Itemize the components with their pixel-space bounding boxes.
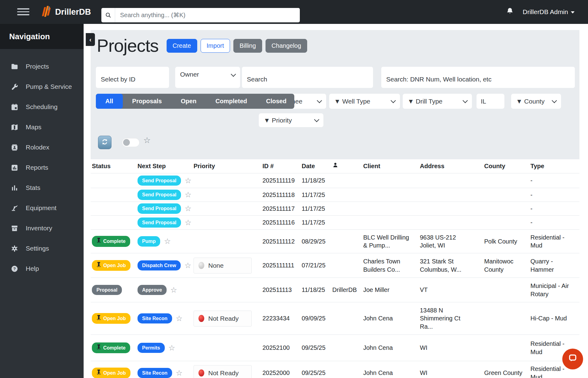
favorite-star-icon[interactable]: ☆ xyxy=(176,315,183,322)
status-badge[interactable]: Open Job xyxy=(92,313,130,324)
sidebar-item-scheduling[interactable]: Scheduling xyxy=(0,97,84,117)
status-badge[interactable]: Complete xyxy=(92,236,130,247)
favorite-star-icon[interactable]: ☆ xyxy=(176,369,183,377)
next-step-badge[interactable]: Site Recon xyxy=(138,368,172,378)
priority-select[interactable]: Not Ready xyxy=(194,365,252,378)
project-search-input[interactable] xyxy=(242,67,373,88)
global-search-input[interactable] xyxy=(115,12,300,19)
next-step-badge[interactable]: Send Proposal xyxy=(138,176,181,186)
select-by-id-input[interactable] xyxy=(96,67,169,88)
favorite-star-icon[interactable]: ☆ xyxy=(185,191,191,198)
priority-dot-icon xyxy=(198,369,204,376)
state-input[interactable] xyxy=(477,94,504,109)
drill-type-select[interactable]: ▼ Drill Type xyxy=(403,94,472,109)
sidebar-item-maps[interactable]: Maps xyxy=(0,117,84,137)
page-title: Projects xyxy=(97,32,159,59)
favorites-filter-star-icon[interactable]: ☆ xyxy=(143,136,151,145)
sidebar-item-inventory[interactable]: Inventory xyxy=(0,218,84,238)
county-select[interactable]: ▼ County xyxy=(511,94,561,109)
create-button[interactable]: Create xyxy=(167,39,197,53)
billing-button[interactable]: Billing xyxy=(233,39,262,53)
tab-proposals[interactable]: Proposals xyxy=(123,94,172,109)
project-id: 2025111111 xyxy=(261,261,300,269)
brand-name: DrillerDB xyxy=(55,7,91,17)
project-date: 11/17/25 xyxy=(300,218,331,226)
next-step-badge[interactable]: Pump xyxy=(138,236,160,246)
next-step-badge[interactable]: Dispatch Crew xyxy=(138,260,181,270)
sidebar-item-equipment[interactable]: Equipment xyxy=(0,198,84,218)
status-tab-bar: AllProposalsOpenCompletedClosed xyxy=(96,94,294,109)
table-row[interactable]: Send Proposal☆202511111611/17/25- xyxy=(91,216,579,230)
favorite-star-icon[interactable]: ☆ xyxy=(164,237,171,245)
next-step-badge[interactable]: Send Proposal xyxy=(138,190,181,200)
favorite-star-icon[interactable]: ☆ xyxy=(168,344,175,352)
chat-button[interactable] xyxy=(562,349,583,369)
table-row[interactable]: CompletePump☆202511111208/29/25BLC Well … xyxy=(91,230,579,253)
next-step-badge[interactable]: Send Proposal xyxy=(138,203,181,214)
sidebar-item-reports[interactable]: Reports xyxy=(0,157,84,178)
refresh-icon xyxy=(101,138,109,147)
header-client: Client xyxy=(362,162,419,170)
tab-open[interactable]: Open xyxy=(171,94,206,109)
favorite-star-icon[interactable]: ☆ xyxy=(170,286,177,294)
project-type: - xyxy=(529,205,579,213)
status-badge[interactable]: Open Job xyxy=(92,260,130,271)
favorite-star-icon[interactable]: ☆ xyxy=(184,262,191,269)
next-step-badge[interactable]: Send Proposal xyxy=(138,217,181,228)
sidebar-item-projects[interactable]: Projects xyxy=(0,56,84,77)
priority-select[interactable]: ▼ Priority xyxy=(259,113,323,127)
priority-dot-icon xyxy=(198,262,204,269)
table-row[interactable]: Open JobSite Recon☆Not Ready2223343409/0… xyxy=(91,302,579,335)
next-step-cell: Send Proposal☆ xyxy=(136,203,192,214)
dnr-search-input[interactable] xyxy=(381,67,575,88)
table-row[interactable]: Send Proposal☆202511111911/18/25- xyxy=(91,173,579,188)
project-type: Quarry - Hammer xyxy=(529,257,579,274)
tab-completed[interactable]: Completed xyxy=(206,94,256,109)
sidebar-item-stats[interactable]: Stats xyxy=(0,178,84,198)
refresh-button[interactable] xyxy=(98,136,111,149)
notifications-bell-icon[interactable] xyxy=(506,7,514,17)
priority-select[interactable]: Not Ready xyxy=(194,311,252,327)
changelog-button[interactable]: Changelog xyxy=(266,39,307,53)
sidebar-item-help[interactable]: ?Help xyxy=(0,259,84,279)
sidebar-nav: ProjectsPump & ServiceSchedulingMapsRolo… xyxy=(0,49,84,279)
next-step-cell: Dispatch Crew☆ xyxy=(136,260,192,270)
chevron-down-icon xyxy=(231,72,236,77)
favorite-star-icon[interactable]: ☆ xyxy=(185,205,191,212)
client-name: Joe Miller xyxy=(362,286,419,294)
sidebar-item-label: Stats xyxy=(26,184,40,191)
next-step-badge[interactable]: Approve xyxy=(138,285,167,295)
table-row[interactable]: Open JobDispatch Crew☆None202511111107/2… xyxy=(91,253,579,278)
priority-select[interactable]: None xyxy=(194,258,252,274)
owner-select[interactable]: Owner xyxy=(175,67,240,88)
favorite-star-icon[interactable]: ☆ xyxy=(185,219,191,226)
sidebar-item-pump-service[interactable]: Pump & Service xyxy=(0,77,84,97)
sidebar-collapse-button[interactable]: ‹ xyxy=(86,33,95,46)
user-menu[interactable]: DrillerDB Admin xyxy=(523,8,575,16)
table-row[interactable]: CompletePermits☆2025210009/25/25John Cen… xyxy=(91,335,579,361)
table-row[interactable]: Send Proposal☆202511111811/17/25- xyxy=(91,188,579,202)
table-row[interactable]: Open JobSite Recon☆Not Ready2025200009/2… xyxy=(91,361,579,378)
question-icon: ? xyxy=(10,265,18,273)
project-id: 2025111117 xyxy=(261,205,300,213)
sidebar-item-label: Settings xyxy=(26,245,49,252)
project-id: 2025111119 xyxy=(261,176,300,184)
table-row[interactable]: ProposalApprove☆20251111311/18/25Driller… xyxy=(91,278,579,302)
view-toggle[interactable] xyxy=(122,138,140,147)
tab-all[interactable]: All xyxy=(96,94,123,109)
next-step-badge[interactable]: Site Recon xyxy=(138,313,172,323)
header-type: Type xyxy=(529,162,579,170)
sidebar-item-settings[interactable]: Settings xyxy=(0,238,84,259)
status-badge[interactable]: Proposal xyxy=(92,285,122,295)
import-button[interactable]: Import xyxy=(201,39,230,53)
status-badge[interactable]: Open Job xyxy=(92,368,130,378)
favorite-star-icon[interactable]: ☆ xyxy=(185,177,191,184)
menu-icon[interactable] xyxy=(17,8,29,16)
next-step-cell: Send Proposal☆ xyxy=(136,176,192,186)
tab-closed[interactable]: Closed xyxy=(257,94,296,109)
next-step-badge[interactable]: Permits xyxy=(138,343,165,353)
status-badge[interactable]: Complete xyxy=(92,342,130,353)
sidebar-item-rolodex[interactable]: Rolodex xyxy=(0,137,84,157)
table-row[interactable]: Send Proposal☆202511111711/17/25- xyxy=(91,202,579,216)
well-type-select[interactable]: ▼ Well Type xyxy=(329,94,400,109)
